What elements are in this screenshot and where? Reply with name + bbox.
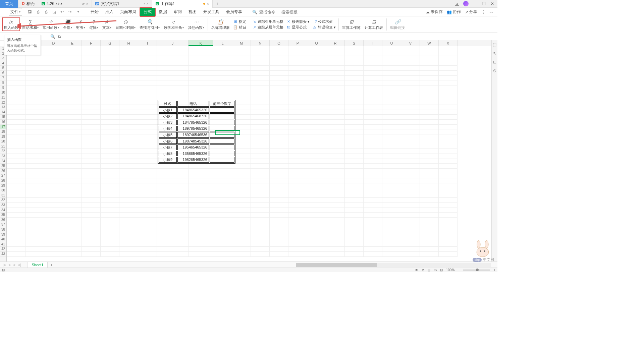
cursor-tool-icon[interactable]: ↖ [493,51,496,56]
zoom-fx-icon[interactable]: 🔍 [50,34,55,39]
paste-name-button[interactable]: 📋粘贴 [233,25,246,30]
more-icon[interactable]: ⋮ [481,10,485,14]
col-header-I[interactable]: I [138,40,157,46]
row-header-39[interactable]: 39 [0,232,6,237]
search-templates[interactable] [281,10,302,14]
row-header-12[interactable]: 12 [0,100,6,105]
row-header-26[interactable]: 26 [0,169,6,174]
help-icon[interactable]: ⊙ [493,68,496,73]
col-header-F[interactable]: F [82,40,101,46]
tab-home[interactable]: 首页 [0,0,18,8]
dash-icon[interactable]: ⊘ [422,268,424,272]
assign-button[interactable]: ⊞指定 [233,19,246,24]
row-header-20[interactable]: 20 [0,139,6,144]
math-fn-button[interactable]: e数学和三角▾ [162,18,186,31]
trace-dependents-button[interactable]: ↗追踪从属单元格 [252,25,283,30]
avatar[interactable] [463,1,469,6]
col-header-E[interactable]: E [63,40,82,46]
common-fn-button[interactable]: ☆常用函数▾ [41,18,61,31]
menu-tab-0[interactable]: 开始 [87,8,102,16]
sheet-prev-icon[interactable]: < [8,263,10,267]
row-header-9[interactable]: 9 [0,85,6,91]
cells-area[interactable] [7,46,491,262]
all-fn-button[interactable]: 🔳全部▾ [61,18,74,31]
logic-fn-button[interactable]: ?逻辑▾ [87,18,100,31]
row-header-38[interactable]: 38 [0,227,6,232]
col-header-V[interactable]: V [401,40,420,46]
view-layout-icon[interactable]: ⊡ [440,268,443,272]
row-header-35[interactable]: 35 [0,213,6,218]
col-header-D[interactable]: D [44,40,63,46]
undo-icon[interactable]: ↶ [60,10,64,14]
view-page-icon[interactable]: ▭ [434,268,437,272]
fx-label[interactable]: fx [58,34,61,39]
eval-formula-button[interactable]: =?公式求值 [312,19,336,24]
menu-tab-1[interactable]: 插入 [102,8,117,16]
tab-daoqiao[interactable]: D稻壳 [18,0,38,8]
zoom-level[interactable]: 100% [446,268,455,272]
row-header-6[interactable]: 6 [0,71,6,76]
lookup-fn-button[interactable]: 🔍查找与引用▾ [138,18,162,31]
sheet-tab-1[interactable]: Sheet1 [27,262,48,268]
col-header-T[interactable]: T [364,40,382,46]
row-header-25[interactable]: 25 [0,164,6,169]
col-header-L[interactable]: L [213,40,232,46]
row-header-40[interactable]: 40 [0,237,6,242]
row-header-30[interactable]: 30 [0,188,6,193]
error-check-button[interactable]: ⚠错误检查▾ [312,25,336,30]
notif-badge[interactable]: 3 [455,2,459,6]
panel-icon[interactable]: ⊡ [493,60,496,64]
row-header-31[interactable]: 31 [0,193,6,198]
col-header-U[interactable]: U [382,40,401,46]
save-icon[interactable]: 🖫 [28,10,32,14]
autosum-button[interactable]: ∑自动求和▾ [20,18,41,31]
tab-file-xlsx[interactable]: S4.26.xlsx⟳× [38,0,92,8]
menu-tab-4[interactable]: 数据 [156,8,170,16]
hamburger-icon[interactable] [1,11,6,13]
trace-precedents-button[interactable]: ↘追踪引用单元格 [252,19,283,24]
row-header-17[interactable]: 17 [0,125,6,130]
row-header-15[interactable]: 15 [0,115,6,120]
sheet-last-icon[interactable]: >| [18,263,21,267]
select-tool-icon[interactable]: ⬚ [493,42,496,47]
unsaved-status[interactable]: ☁ 未保存 [426,9,443,15]
preview-icon[interactable]: ◲ [52,10,56,14]
calc-sheet-button[interactable]: ⊟计算工作表 [363,18,385,31]
menu-tab-8[interactable]: 会员专享 [223,8,246,16]
show-formulas-button[interactable]: fx显示公式 [286,25,310,30]
recalc-workbook-button[interactable]: ⊞重算工作簿 [340,18,363,31]
menu-tab-7[interactable]: 开发工具 [200,8,223,16]
file-menu[interactable]: 文件▾ [9,8,22,16]
row-header-24[interactable]: 24 [0,159,6,164]
col-header-K[interactable]: K [189,40,213,46]
finance-fn-button[interactable]: ¥财务▾ [74,18,87,31]
search-commands[interactable] [259,10,279,14]
datetime-fn-button[interactable]: ◷日期和时间▾ [113,18,138,31]
row-header-29[interactable]: 29 [0,183,6,188]
collapse-ribbon-icon[interactable]: ︿ [489,9,493,15]
menu-tab-3[interactable]: 公式 [140,7,156,17]
col-header-G[interactable]: G [101,40,119,46]
status-icon[interactable]: ⊡ [2,268,5,272]
col-header-P[interactable]: P [288,40,307,46]
zoom-slider[interactable] [463,270,490,271]
row-header-21[interactable]: 21 [0,144,6,149]
edit-links-button[interactable]: 🔗编辑链接 [388,18,407,31]
col-header-N[interactable]: N [251,40,270,46]
tab-doc[interactable]: W文字文稿1•× [92,0,152,8]
print-icon[interactable]: ⎙ [44,10,48,14]
col-header-Q[interactable]: Q [307,40,326,46]
row-header-42[interactable]: 42 [0,247,6,252]
row-header-7[interactable]: 7 [0,76,6,81]
tab-add[interactable]: + [213,1,222,6]
row-header-22[interactable]: 22 [0,149,6,154]
zoom-in-icon[interactable]: + [493,268,495,272]
row-header-14[interactable]: 14 [0,110,6,115]
eye-icon[interactable]: 👁 [415,268,418,272]
sheet-next-icon[interactable]: > [13,263,15,267]
row-header-10[interactable]: 10 [0,90,6,95]
row-header-36[interactable]: 36 [0,218,6,223]
row-header-5[interactable]: 5 [0,66,6,71]
col-header-X[interactable]: X [439,40,458,46]
view-normal-icon[interactable]: ⊞ [428,268,430,272]
